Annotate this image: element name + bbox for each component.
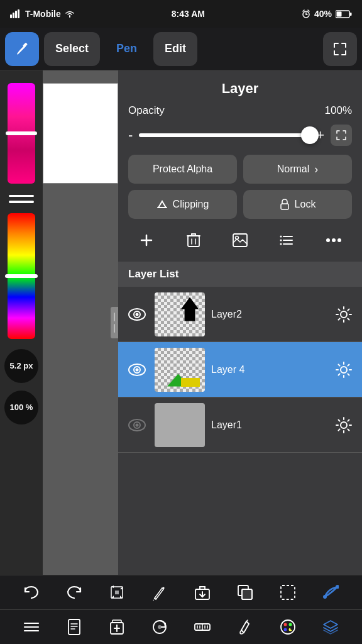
svg-point-74 bbox=[158, 625, 162, 629]
svg-line-81 bbox=[246, 620, 248, 621]
resize-handle[interactable] bbox=[111, 307, 118, 338]
actions-row bbox=[118, 228, 362, 253]
svg-point-33 bbox=[332, 238, 336, 242]
layer-item-layer1[interactable]: Layer1 bbox=[118, 397, 362, 453]
svg-point-42 bbox=[341, 367, 347, 373]
svg-rect-10 bbox=[349, 13, 351, 16]
transform-button[interactable] bbox=[103, 579, 131, 606]
edit-button[interactable]: Edit bbox=[153, 32, 197, 66]
layer4-content bbox=[155, 348, 205, 392]
selection-button[interactable] bbox=[274, 579, 302, 606]
canvas-layer-wrapper: Layer Opacity 100% - + bbox=[43, 70, 362, 575]
bottom-toolbar bbox=[0, 575, 362, 644]
list-button[interactable] bbox=[274, 228, 299, 253]
share-button[interactable] bbox=[317, 579, 344, 606]
clipping-button[interactable]: Clipping bbox=[128, 190, 237, 219]
expand-button[interactable] bbox=[323, 32, 357, 66]
ruler-button[interactable] bbox=[189, 613, 216, 641]
rotate-button[interactable] bbox=[146, 613, 173, 641]
svg-rect-11 bbox=[336, 11, 341, 16]
delete-layer-button[interactable] bbox=[181, 228, 206, 253]
lock-button[interactable]: Lock bbox=[243, 190, 352, 219]
pencil-tool-button[interactable] bbox=[146, 579, 173, 606]
layer1-name: Layer1 bbox=[211, 419, 327, 431]
pink-slider-handle bbox=[6, 131, 37, 135]
menu-button[interactable] bbox=[18, 613, 45, 641]
select-button[interactable]: Select bbox=[44, 32, 100, 66]
brush-size-display[interactable]: 5.2 px bbox=[4, 349, 38, 383]
svg-rect-51 bbox=[115, 591, 119, 594]
status-left: T-Mobile bbox=[10, 9, 75, 19]
svg-rect-1 bbox=[13, 13, 14, 18]
undo-button[interactable] bbox=[18, 579, 45, 606]
layer-panel: Layer Opacity 100% - + bbox=[118, 70, 362, 575]
normal-label: Normal bbox=[277, 164, 310, 175]
svg-line-8 bbox=[308, 10, 309, 11]
svg-rect-17 bbox=[188, 236, 199, 247]
layer1-settings-button[interactable] bbox=[333, 414, 354, 436]
size-indicator-thin bbox=[9, 195, 34, 197]
left-sidebar: 5.2 px 100 % bbox=[0, 70, 43, 575]
svg-rect-14 bbox=[281, 204, 288, 209]
status-right: 40% bbox=[302, 9, 352, 19]
import-button[interactable] bbox=[189, 579, 216, 606]
opacity-slider-track[interactable] bbox=[139, 133, 310, 137]
svg-point-85 bbox=[284, 628, 287, 631]
chevron-right-icon: › bbox=[314, 163, 318, 176]
opacity-slider-thumb[interactable] bbox=[301, 126, 319, 144]
layer4-yellow-shape bbox=[181, 378, 200, 387]
svg-line-53 bbox=[153, 598, 155, 601]
more-button[interactable] bbox=[321, 228, 346, 253]
eye-toggle-layer4[interactable] bbox=[126, 358, 148, 381]
select-layer-button[interactable] bbox=[103, 613, 131, 641]
layer2-content bbox=[155, 292, 205, 336]
status-bar: T-Mobile 8:43 AM 40% bbox=[0, 0, 362, 28]
pen-button[interactable]: Pen bbox=[105, 32, 148, 66]
svg-point-31 bbox=[280, 243, 282, 245]
layer2-settings-button[interactable] bbox=[333, 304, 354, 325]
image-button[interactable] bbox=[228, 228, 253, 253]
layer4-settings-button[interactable] bbox=[333, 359, 354, 380]
top-toolbar: Select Pen Edit bbox=[0, 28, 362, 70]
layers-button[interactable] bbox=[317, 613, 344, 641]
normal-mode-button[interactable]: Normal › bbox=[243, 155, 352, 184]
opacity-slider-fill bbox=[139, 133, 310, 137]
fill-button[interactable] bbox=[231, 613, 259, 641]
document-button[interactable] bbox=[60, 613, 88, 641]
layer-item-layer4[interactable]: Layer 4 bbox=[118, 342, 362, 397]
slider-row: - + bbox=[118, 125, 362, 146]
svg-point-83 bbox=[284, 623, 287, 626]
signal-icon bbox=[10, 9, 21, 18]
eye-toggle-layer2[interactable] bbox=[126, 303, 148, 326]
svg-rect-59 bbox=[281, 586, 295, 599]
canvas-area[interactable] bbox=[43, 70, 118, 575]
opacity-label: Opacity bbox=[128, 104, 165, 117]
protect-alpha-button[interactable]: Protect Alpha bbox=[128, 155, 237, 184]
redo-button[interactable] bbox=[60, 579, 88, 606]
brush-tool-button[interactable] bbox=[5, 32, 39, 66]
svg-point-32 bbox=[326, 238, 330, 242]
bottom-row-2 bbox=[0, 610, 362, 644]
add-layer-button[interactable] bbox=[134, 228, 159, 253]
svg-rect-70 bbox=[112, 620, 121, 623]
opacity-display[interactable]: 100 % bbox=[4, 391, 38, 425]
rainbow-slider-handle bbox=[5, 274, 38, 278]
clipping-label: Clipping bbox=[173, 199, 209, 210]
layer-item-layer2[interactable]: Layer2 bbox=[118, 287, 362, 342]
slider-minus-button[interactable]: - bbox=[128, 127, 133, 143]
layer2-thumbnail bbox=[155, 292, 205, 336]
alarm-icon bbox=[302, 9, 310, 18]
slider-expand-button[interactable] bbox=[331, 125, 352, 146]
clipping-lock-row: Clipping Lock bbox=[118, 190, 362, 219]
eye-toggle-layer1[interactable] bbox=[126, 414, 148, 436]
color-picker-pink[interactable] bbox=[8, 83, 35, 184]
layer-panel-title: Layer bbox=[118, 70, 362, 104]
svg-rect-3 bbox=[18, 9, 19, 18]
palette-button[interactable] bbox=[274, 613, 302, 641]
duplicate-button[interactable] bbox=[231, 579, 259, 606]
svg-line-7 bbox=[303, 10, 304, 11]
layer4-name: Layer 4 bbox=[211, 364, 327, 375]
bottom-row-1 bbox=[0, 575, 362, 609]
size-indicator-medium bbox=[9, 201, 34, 203]
svg-point-45 bbox=[136, 423, 139, 426]
